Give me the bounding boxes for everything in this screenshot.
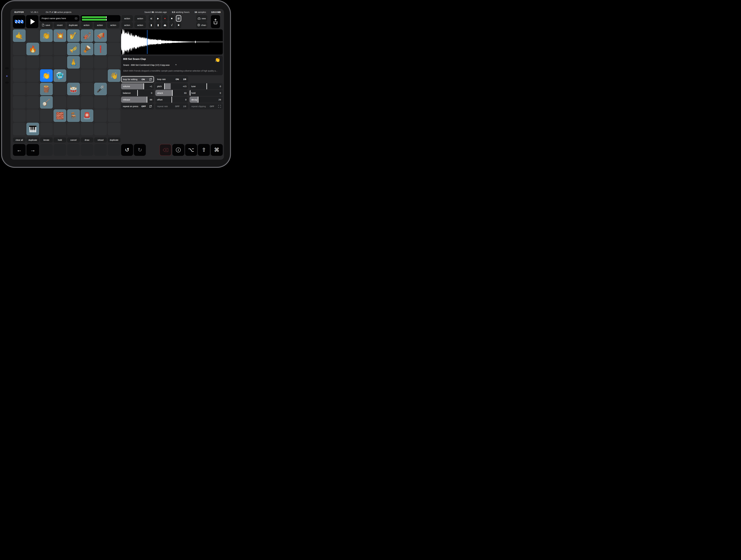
project-name-input[interactable]: Project name goes here [40,15,80,22]
rewind-button[interactable]: « [149,15,154,22]
pad-2-2[interactable]: 🔥 [26,43,39,55]
pad-empty-5-4[interactable] [54,83,66,95]
pad-empty-3-2[interactable] [26,56,39,69]
page-right-button[interactable]: → [26,144,39,156]
slot-5-slot[interactable] [67,144,80,156]
pad-2-7[interactable]: ❗ [94,43,107,55]
pad-empty-6-8[interactable] [108,96,121,109]
pad-action-draw-6[interactable]: draw [81,137,93,143]
chan-button[interactable]: chan [196,22,207,28]
slot-6-slot[interactable] [81,144,93,156]
loop-for-editing-toggle[interactable]: loop for editing ON [121,76,154,82]
revert-button[interactable]: revert [54,22,66,28]
param-decay[interactable]: decay29 [190,96,223,103]
pad-empty-2-3[interactable] [40,43,53,55]
pad-empty-8-7[interactable] [94,123,107,135]
pad-empty-6-6[interactable] [81,96,93,109]
pad-5-5[interactable]: 🥁 [67,83,80,95]
save-button[interactable]: save [40,22,53,28]
pad-2-6[interactable]: 🪘 [81,43,93,55]
new-button[interactable]: new [196,15,207,22]
pad-1-3[interactable]: 👏 [40,29,53,42]
pad-empty-6-5[interactable] [67,96,80,109]
pad-empty-8-8[interactable] [108,123,121,135]
param-release[interactable]: release88 [121,96,154,103]
pad-empty-4-5[interactable] [67,69,80,82]
collapse-caret-icon[interactable]: ^ [175,64,177,66]
pad-empty-6-2[interactable] [26,96,39,109]
pad-8-2[interactable]: 🎹 [26,123,39,135]
pad-empty-8-3[interactable] [40,123,53,135]
action-button-2[interactable]: action [134,15,146,22]
pad-empty-8-4[interactable] [54,123,66,135]
pad-action-hold-4[interactable]: hold [54,137,66,143]
sample-filename-row[interactable]: Snare - 808 Set Combined Clap (V2) Copy.… [123,64,221,66]
playhead[interactable] [147,30,147,54]
stop-button[interactable]: ■ [169,15,175,22]
check-button[interactable]: √ [169,22,175,28]
pad-empty-4-6[interactable] [81,69,93,82]
pad-action-iterate-3[interactable]: iterate [40,137,53,143]
param-volume[interactable]: volume+1 [121,83,154,89]
pad-empty-4-2[interactable] [26,69,39,82]
pad-empty-6-4[interactable] [54,96,66,109]
pad-empty-5-1[interactable] [13,83,26,95]
pad-3-5[interactable]: 🙏 [67,56,80,69]
pad-5-3[interactable]: 🪵 [40,83,53,95]
pad-empty-3-1[interactable] [13,56,26,69]
pad-empty-2-1[interactable] [13,43,26,55]
pad-empty-2-4[interactable] [54,43,66,55]
pad-1-5[interactable]: 🎷 [67,29,80,42]
pad-empty-6-1[interactable] [13,96,26,109]
repeat-on-press-toggle[interactable]: repeat on press OFF [121,103,154,109]
param-pitch[interactable]: pitch-4.5 [155,83,188,89]
backspace-button[interactable] [159,144,172,156]
pad-empty-8-6[interactable] [81,123,93,135]
share-button[interactable] [211,15,220,28]
play-button[interactable] [26,15,39,28]
action-button-7[interactable]: action [134,22,146,28]
pad-empty-4-1[interactable] [13,69,26,82]
pad-empty-5-6[interactable] [81,83,93,95]
pad-4-3[interactable]: 👏 [40,69,53,82]
page-left-button[interactable]: ← [13,144,26,156]
repeat-rate-control[interactable]: repeat rate OFF 1/8 [155,103,188,109]
action-button-4[interactable]: action [94,22,106,28]
param-attack[interactable]: attack33 [155,90,188,96]
loop-rate-control[interactable]: loop rate ON 1/8 [155,76,188,82]
pad-empty-1-2[interactable] [26,29,39,42]
eject-button[interactable]: ⏏ [162,22,167,28]
shift-button[interactable]: ⇧ [198,144,210,156]
action-button-6[interactable]: action [121,22,133,28]
pad-empty-1-8[interactable] [108,29,121,42]
pad-empty-3-6[interactable] [81,56,93,69]
pad-1-6[interactable]: 🎻 [81,29,93,42]
slot-4-slot[interactable] [54,144,66,156]
null-sign-button[interactable]: ø [176,15,181,22]
pad-empty-7-2[interactable] [26,109,39,122]
action-button-1[interactable]: action [121,15,133,22]
param-offset[interactable]: offset0 [155,96,188,103]
pad-action-cancel-5[interactable]: cancel [67,137,80,143]
pad-4-4[interactable]: 🥶 [54,69,66,82]
info-button[interactable]: i [173,144,184,156]
pad-6-3[interactable]: 🪕 [40,96,53,109]
option-button[interactable]: ⌥ [185,144,197,156]
duplicate-button[interactable]: duplicate [67,22,80,28]
pad-empty-7-1[interactable] [13,109,26,122]
pad-action-reload-7[interactable]: reload [94,137,107,143]
pad-empty-3-7[interactable] [94,56,107,69]
undo-button[interactable]: ↺ [121,144,133,156]
bar-two-button[interactable]: ▮ [155,22,161,28]
pad-action-clear-all-1[interactable]: clear all [13,137,26,143]
pad-7-4[interactable]: 🧱 [54,109,66,122]
action-button-3[interactable]: action [80,22,92,28]
pad-1-7[interactable]: 🪗 [94,29,107,42]
slot-7-slot[interactable] [94,144,107,156]
pad-empty-3-4[interactable] [54,56,66,69]
pad-2-5[interactable]: 🎺 [67,43,80,55]
pad-empty-8-1[interactable] [13,123,26,135]
pad-action-duplicate-2[interactable]: duplicate [26,137,39,143]
pad-empty-6-7[interactable] [94,96,107,109]
pad-7-6[interactable]: 🚨 [81,109,93,122]
